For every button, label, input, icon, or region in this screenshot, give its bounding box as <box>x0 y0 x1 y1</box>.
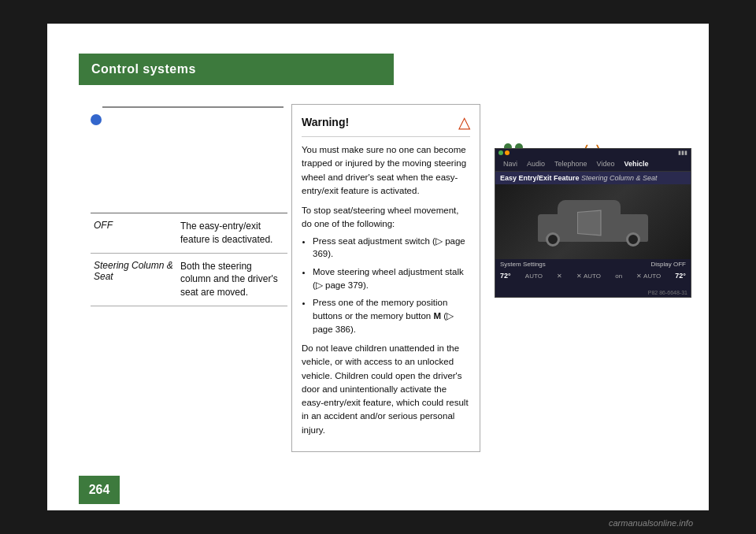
nav-item-navi[interactable]: Navi <box>498 158 522 169</box>
nav-item-telephone[interactable]: Telephone <box>550 158 592 169</box>
header-bar: Control systems <box>79 54 394 85</box>
car-ui-bottom-bar: 72° AUTO ✕ ✕ AUTO on ✕ AUTO 72° <box>495 269 691 282</box>
warning-footer: Do not leave children unattended in the … <box>302 342 470 437</box>
car-ui-feature-title: Easy Entry/Exit Feature <box>500 174 581 182</box>
car-ui-temp-right: 72° <box>675 272 686 280</box>
car-ui-temp-left: 72° <box>500 272 511 280</box>
warning-icon: △ <box>458 113 470 132</box>
nav-item-video[interactable]: Video <box>592 158 620 169</box>
car-ui-display-off[interactable]: Display OFF <box>651 261 686 268</box>
car-ui-feature-subtitle: Steering Column & Seat <box>581 174 658 182</box>
car-ui-auto-left: AUTO <box>525 273 543 280</box>
table-cell-value: The easy-entry/exit feature is deactivat… <box>180 220 284 247</box>
car-ui-auto-right: ✕ AUTO <box>576 273 601 280</box>
nav-item-vehicle[interactable]: Vehicle <box>619 158 653 169</box>
car-ui-status-text: ▮▮▮ <box>678 150 687 156</box>
warning-box: Warning! △ You must make sure no one can… <box>291 104 480 452</box>
car-ui-status-dots: ▮▮▮ <box>495 149 691 157</box>
car-ui-nav-bar: Navi Audio Telephone Video Vehicle <box>495 157 691 172</box>
feature-table: OFF The easy-entry/exit feature is deact… <box>91 213 287 306</box>
warning-paragraph-2: To stop seat/steering wheel movement, do… <box>302 204 470 336</box>
nav-item-audio[interactable]: Audio <box>522 158 550 169</box>
warning-header: Warning! △ <box>302 113 470 137</box>
table-cell-label: OFF <box>94 220 180 247</box>
car-ui-panel: ▮▮▮ Navi Audio Telephone Video Vehicle E… <box>495 148 691 298</box>
car-wheel-right <box>626 232 640 247</box>
car-ui-part-number: P82 86-6648-31 <box>648 290 687 295</box>
car-silhouette <box>530 195 656 250</box>
warning-title: Warning! <box>302 116 349 128</box>
warning-bullet-2: Move steering wheel adjustment stalk (▷ … <box>313 265 470 291</box>
warning-bullet-1: Press seat adjustment switch (▷ page 369… <box>313 235 470 261</box>
page-number-box: 264 <box>79 476 120 504</box>
car-door-open <box>577 210 602 235</box>
page-number: 264 <box>89 483 110 497</box>
car-ui-system-settings[interactable]: System Settings <box>500 261 546 268</box>
car-wheel-left <box>546 232 560 247</box>
warning-bullet-3: Press one of the memory position buttons… <box>313 296 470 336</box>
watermark: carmanualsonline.info <box>609 518 693 528</box>
car-ui-settings-bar: System Settings Display OFF <box>495 259 691 269</box>
car-ui-x-left: ✕ <box>557 273 562 280</box>
blue-dot-indicator <box>91 114 102 125</box>
page-title: Control systems <box>91 62 196 76</box>
warning-bullets: Press seat adjustment switch (▷ page 369… <box>313 235 470 336</box>
status-dot-green <box>498 150 503 155</box>
status-dot-orange <box>505 150 510 155</box>
table-row: OFF The easy-entry/exit feature is deact… <box>91 213 287 254</box>
section-divider <box>102 106 284 108</box>
car-ui-auto-right2: ✕ AUTO <box>636 273 661 280</box>
car-ui-image <box>495 184 691 259</box>
table-cell-value: Both the steering column and the driver'… <box>180 260 284 299</box>
car-ui-on: on <box>615 273 622 280</box>
table-cell-label: Steering Column & Seat <box>94 260 180 299</box>
car-ui-title-bar: Easy Entry/Exit Feature Steering Column … <box>495 172 691 184</box>
table-row: Steering Column & Seat Both the steering… <box>91 254 287 306</box>
warning-paragraph-1: You must make sure no one can become tra… <box>302 143 470 198</box>
